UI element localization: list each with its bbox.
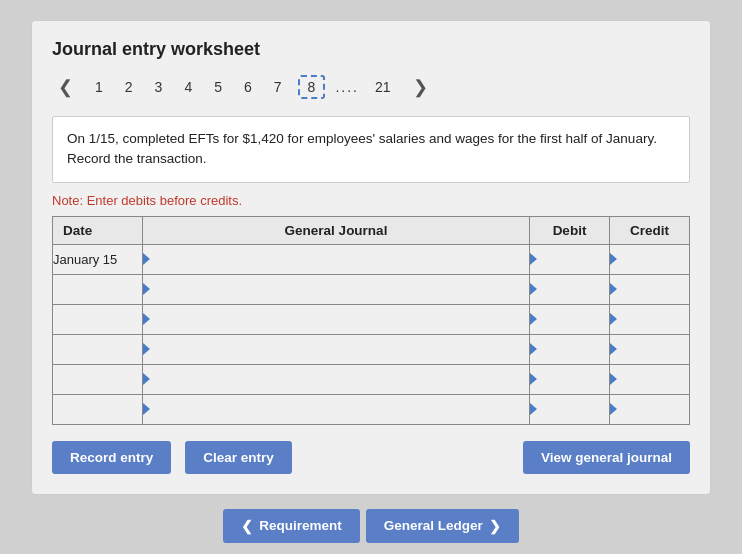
row2-credit-input[interactable] bbox=[610, 275, 689, 304]
clear-entry-button[interactable]: Clear entry bbox=[185, 441, 292, 474]
page-4[interactable]: 4 bbox=[178, 77, 198, 97]
row6-general-input[interactable] bbox=[143, 395, 529, 424]
row5-debit bbox=[530, 364, 610, 394]
description-box: On 1/15, completed EFTs for $1,420 for e… bbox=[52, 116, 690, 183]
row6-date bbox=[53, 394, 143, 424]
note-text: Note: Enter debits before credits. bbox=[52, 193, 690, 208]
row3-general bbox=[143, 304, 530, 334]
row1-general bbox=[143, 244, 530, 274]
row4-debit bbox=[530, 334, 610, 364]
table-row: January 15 bbox=[53, 244, 690, 274]
col-header-date: Date bbox=[53, 216, 143, 244]
row2-date bbox=[53, 274, 143, 304]
outer-wrapper: Journal entry worksheet ❮ 1 2 3 4 5 6 7 … bbox=[0, 0, 742, 554]
col-header-credit: Credit bbox=[610, 216, 690, 244]
row4-credit-input[interactable] bbox=[610, 335, 689, 364]
row2-credit bbox=[610, 274, 690, 304]
general-ledger-next-icon: ❯ bbox=[489, 518, 501, 534]
row5-credit bbox=[610, 364, 690, 394]
page-1[interactable]: 1 bbox=[89, 77, 109, 97]
page-nav: ❮ 1 2 3 4 5 6 7 8 .... 21 ❯ bbox=[52, 74, 690, 100]
requirement-label: Requirement bbox=[259, 518, 342, 533]
row2-debit-input[interactable] bbox=[530, 275, 609, 304]
page-7[interactable]: 7 bbox=[268, 77, 288, 97]
row3-credit-input[interactable] bbox=[610, 305, 689, 334]
requirement-prev-icon: ❮ bbox=[241, 518, 253, 534]
col-header-debit: Debit bbox=[530, 216, 610, 244]
table-row bbox=[53, 334, 690, 364]
requirement-button[interactable]: ❮ Requirement bbox=[223, 509, 360, 543]
row1-credit-input[interactable] bbox=[610, 245, 689, 274]
page-21[interactable]: 21 bbox=[369, 77, 397, 97]
row4-credit bbox=[610, 334, 690, 364]
row1-credit bbox=[610, 244, 690, 274]
row1-debit-input[interactable] bbox=[530, 245, 609, 274]
bottom-buttons: Record entry Clear entry View general jo… bbox=[52, 441, 690, 474]
table-row bbox=[53, 274, 690, 304]
row2-general-input[interactable] bbox=[143, 275, 529, 304]
record-entry-button[interactable]: Record entry bbox=[52, 441, 171, 474]
page-2[interactable]: 2 bbox=[119, 77, 139, 97]
row3-date bbox=[53, 304, 143, 334]
row4-debit-input[interactable] bbox=[530, 335, 609, 364]
general-ledger-label: General Ledger bbox=[384, 518, 483, 533]
next-page-arrow[interactable]: ❯ bbox=[407, 74, 434, 100]
row1-debit bbox=[530, 244, 610, 274]
row6-general bbox=[143, 394, 530, 424]
row6-credit-input[interactable] bbox=[610, 395, 689, 424]
row3-general-input[interactable] bbox=[143, 305, 529, 334]
row6-debit-input[interactable] bbox=[530, 395, 609, 424]
page-dots: .... bbox=[335, 79, 359, 95]
worksheet-title: Journal entry worksheet bbox=[52, 39, 690, 60]
row3-credit bbox=[610, 304, 690, 334]
journal-table: Date General Journal Debit Credit Januar… bbox=[52, 216, 690, 425]
row3-debit bbox=[530, 304, 610, 334]
general-ledger-button[interactable]: General Ledger ❯ bbox=[366, 509, 519, 543]
col-header-general-journal: General Journal bbox=[143, 216, 530, 244]
page-5[interactable]: 5 bbox=[208, 77, 228, 97]
row4-general-input[interactable] bbox=[143, 335, 529, 364]
row4-date bbox=[53, 334, 143, 364]
description-text: On 1/15, completed EFTs for $1,420 for e… bbox=[67, 131, 657, 166]
worksheet-card: Journal entry worksheet ❮ 1 2 3 4 5 6 7 … bbox=[31, 20, 711, 495]
row4-general bbox=[143, 334, 530, 364]
row6-debit bbox=[530, 394, 610, 424]
page-6[interactable]: 6 bbox=[238, 77, 258, 97]
bottom-nav: ❮ Requirement General Ledger ❯ bbox=[223, 509, 519, 543]
row5-general bbox=[143, 364, 530, 394]
prev-page-arrow[interactable]: ❮ bbox=[52, 74, 79, 100]
table-row bbox=[53, 304, 690, 334]
page-8[interactable]: 8 bbox=[298, 75, 326, 99]
row5-general-input[interactable] bbox=[143, 365, 529, 394]
row2-debit bbox=[530, 274, 610, 304]
row5-debit-input[interactable] bbox=[530, 365, 609, 394]
row2-general bbox=[143, 274, 530, 304]
row1-general-input[interactable] bbox=[143, 245, 529, 274]
row3-debit-input[interactable] bbox=[530, 305, 609, 334]
row6-credit bbox=[610, 394, 690, 424]
row5-credit-input[interactable] bbox=[610, 365, 689, 394]
page-3[interactable]: 3 bbox=[149, 77, 169, 97]
row1-date: January 15 bbox=[53, 244, 143, 274]
table-row bbox=[53, 394, 690, 424]
table-row bbox=[53, 364, 690, 394]
row5-date bbox=[53, 364, 143, 394]
view-general-journal-button[interactable]: View general journal bbox=[523, 441, 690, 474]
